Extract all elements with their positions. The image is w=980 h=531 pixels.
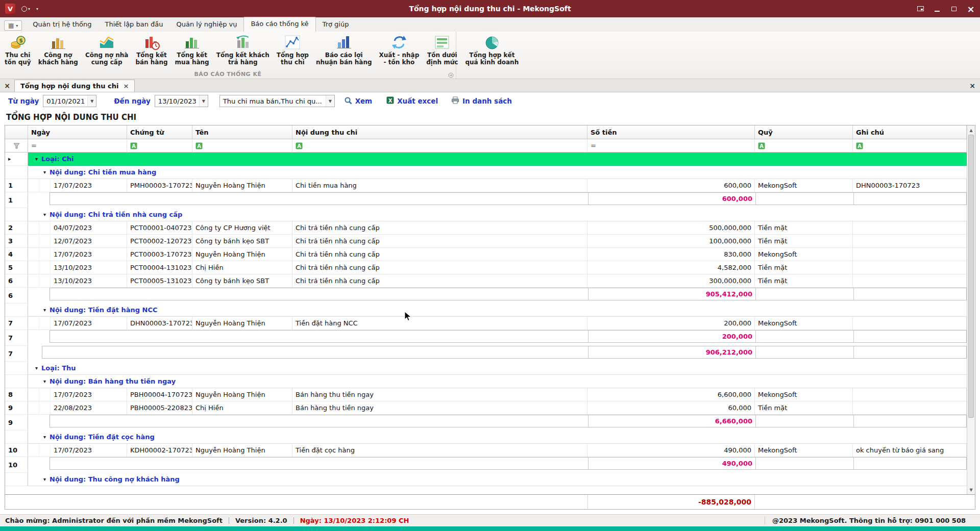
collapse-icon[interactable]: ▾ — [43, 212, 46, 217]
group-row[interactable]: ▾Loại: Thu — [5, 362, 967, 375]
cell-note[interactable] — [853, 401, 967, 415]
chevron-down-icon[interactable]: ▼ — [199, 95, 208, 107]
cell-name[interactable]: Công ty CP Hương việt — [192, 221, 292, 235]
cell-desc[interactable]: Bán hàng thu tiền ngay — [292, 388, 587, 401]
cell-name[interactable]: Nguyễn Hoàng Thiện — [192, 179, 292, 192]
column-header-3[interactable]: Tên — [192, 125, 292, 139]
cell-doc[interactable]: PCT00002-120723 — [127, 235, 192, 248]
cell-amount[interactable]: 100,000,000 — [587, 235, 755, 248]
subgroup-row[interactable]: ▾Nội dung: Thu công nợ khách hàng — [5, 473, 967, 486]
subgroup-cell[interactable]: ▾Nội dung: Chi trả tiền nhà cung cấp — [28, 208, 967, 221]
scroll-up-icon[interactable]: ▲ — [967, 126, 975, 134]
subgroup-row[interactable]: ▾Nội dung: Chi tiền mua hàng — [5, 166, 967, 179]
to-date-input[interactable]: 13/10/2023 ▼ — [155, 95, 208, 107]
fit-screen-icon[interactable] — [916, 5, 924, 13]
close-tab-icon[interactable]: × — [123, 82, 129, 90]
cell-note[interactable] — [853, 274, 967, 288]
cell-amount[interactable]: 60,000 — [587, 401, 755, 415]
cell-date[interactable]: 04/07/2023 — [51, 221, 127, 235]
cell-doc[interactable]: KDH00002-170723 — [127, 444, 192, 457]
ribbon-button-cong-no-nha-cung-cap[interactable]: Công nợ nhàcung cấp — [82, 32, 132, 71]
cell-name[interactable]: Công ty bánh kẹo SBT — [192, 274, 292, 288]
cell-fund[interactable]: MekongSoft — [755, 179, 853, 192]
cell-name[interactable]: Nguyễn Hoàng Thiện — [192, 388, 292, 401]
cell-doc[interactable]: PCT00005-131023 — [127, 274, 192, 288]
cell-name[interactable]: Nguyễn Hoàng Thiện — [192, 444, 292, 457]
cell-fund[interactable]: MekongSoft — [755, 248, 853, 261]
cell-note[interactable] — [853, 248, 967, 261]
from-date-input[interactable]: 01/10/2021 ▼ — [43, 95, 96, 107]
cell-fund[interactable]: Tiền mặt — [755, 261, 853, 274]
column-filter-icon[interactable]: A — [296, 142, 303, 149]
subgroup-row[interactable]: ▾Nội dung: Bán hàng thu tiền ngay — [5, 375, 967, 388]
group-cell[interactable]: ▾Loại: Thu — [28, 362, 967, 375]
column-header-7[interactable]: Ghi chú — [853, 125, 967, 139]
ribbon-button-tong-ket-khach-tra-hang[interactable]: Tổng kết kháchtrả hàng — [213, 32, 273, 71]
cell-amount[interactable]: 830,000 — [587, 248, 755, 261]
minimize-button[interactable] — [933, 5, 941, 13]
subgroup-row[interactable]: ▾Nội dung: Chi trả tiền nhà cung cấp — [5, 208, 967, 221]
cell-fund[interactable]: MekongSoft — [755, 388, 853, 401]
table-row[interactable]: 613/10/2023PCT00005-131023Công ty bánh k… — [5, 274, 967, 288]
cell-name[interactable]: Công ty bánh kẹo SBT — [192, 235, 292, 248]
cell-doc[interactable]: DHN00003-170723 — [127, 317, 192, 330]
ribbon-button-cong-no-khach-hang[interactable]: Công nợkhách hàng — [35, 32, 82, 71]
cell-amount[interactable]: 490,000 — [587, 444, 755, 457]
cell-desc[interactable]: Chi trả tiền nhà cung cấp — [292, 274, 587, 288]
collapse-icon[interactable]: ▾ — [43, 434, 46, 440]
close-all-tabs-button[interactable]: × — [0, 79, 14, 92]
table-row[interactable]: 1017/07/2023KDH00002-170723Nguyễn Hoàng … — [5, 444, 967, 457]
cell-note[interactable] — [853, 261, 967, 274]
scrollbar-thumb[interactable] — [968, 135, 974, 418]
group-row[interactable]: ▸▾Loại: Chi — [5, 153, 967, 166]
cell-doc[interactable]: PBH00005-220823 — [127, 401, 192, 415]
cell-note[interactable] — [853, 317, 967, 330]
cell-note[interactable] — [853, 221, 967, 235]
collapse-icon[interactable]: ▾ — [35, 156, 38, 162]
cell-desc[interactable]: Chi trả tiền nhà cung cấp — [292, 248, 587, 261]
ribbon-button-tong-ket-mua-hang[interactable]: Tổng kếtmua hàng — [172, 32, 213, 71]
group-cell[interactable]: ▾Loại: Chi — [28, 153, 967, 166]
subgroup-cell[interactable]: ▾Nội dung: Thu công nợ khách hàng — [28, 473, 967, 486]
cell-date[interactable]: 12/07/2023 — [51, 235, 127, 248]
ribbon-button-xuat-nhap-ton-kho[interactable]: Xuất - nhập- tồn kho — [376, 32, 423, 71]
column-filter-icon[interactable]: A — [758, 142, 765, 149]
cell-amount[interactable]: 600,000 — [587, 179, 755, 192]
subgroup-row[interactable]: ▾Nội dung: Tiền đặt cọc hàng — [5, 431, 967, 444]
subgroup-cell[interactable]: ▾Nội dung: Tiền đặt hàng NCC — [28, 304, 967, 317]
export-excel-button[interactable]: X Xuất excel — [386, 96, 438, 106]
view-button[interactable]: Xem — [344, 96, 372, 106]
collapse-icon[interactable]: ▾ — [43, 169, 46, 175]
subgroup-cell[interactable]: ▾Nội dung: Tiền đặt cọc hàng — [28, 431, 967, 444]
subgroup-cell[interactable]: ▾Nội dung: Chi tiền mua hàng — [28, 166, 967, 179]
filter-cell-2[interactable]: A — [127, 139, 192, 153]
cell-fund[interactable]: Tiền mặt — [755, 221, 853, 235]
quick-access-button[interactable]: ▾ — [21, 6, 30, 12]
table-row[interactable]: 204/07/2023PCT00001-040723Công ty CP Hươ… — [5, 221, 967, 235]
cell-amount[interactable]: 500,000,000 — [587, 221, 755, 235]
group-dialog-launcher-icon[interactable] — [448, 72, 454, 78]
cell-note[interactable] — [853, 235, 967, 248]
cell-amount[interactable]: 300,000,000 — [587, 274, 755, 288]
column-header-6[interactable]: Quỹ — [755, 125, 853, 139]
menu-tab-thiet-lap-ban-dau[interactable]: Thiết lập ban đầu — [99, 18, 170, 32]
cell-fund[interactable]: Tiền mặt — [755, 401, 853, 415]
menu-tab-quan-ly-nghiep-vu[interactable]: Quản lý nghiệp vụ — [170, 18, 244, 32]
filter-cell-7[interactable]: A — [853, 139, 967, 153]
cell-doc[interactable]: PCT00003-170723 — [127, 248, 192, 261]
column-filter-icon[interactable]: A — [195, 142, 203, 149]
filter-cell-1[interactable]: = — [28, 139, 127, 153]
table-row[interactable]: 922/08/2023PBH00005-220823Chị HiềnBán hà… — [5, 401, 967, 415]
ribbon-button-tong-hop-ket-qua-kinh-doanh[interactable]: Tổng hợp kếtquả kinh doanh — [461, 32, 522, 71]
cell-fund[interactable]: MekongSoft — [755, 444, 853, 457]
ribbon-button-tong-hop-thu-chi[interactable]: Tổng hợpthu chi — [273, 32, 312, 71]
ribbon-button-ton-duoi-dinh-muc[interactable]: Tồn dướiđịnh mức — [423, 32, 461, 71]
cell-desc[interactable]: Chi tiền mua hàng — [292, 179, 587, 192]
menu-tab-tro-giup[interactable]: Trợ giúp — [316, 18, 356, 32]
collapse-icon[interactable]: ▾ — [43, 476, 46, 482]
filter-cell-4[interactable]: A — [292, 139, 587, 153]
cell-name[interactable]: Nguyễn Hoàng Thiện — [192, 317, 292, 330]
cell-name[interactable]: Nguyễn Hoàng Thiện — [192, 248, 292, 261]
cell-desc[interactable]: Tiền đặt hàng NCC — [292, 317, 587, 330]
cell-fund[interactable]: Tiền mặt — [755, 274, 853, 288]
